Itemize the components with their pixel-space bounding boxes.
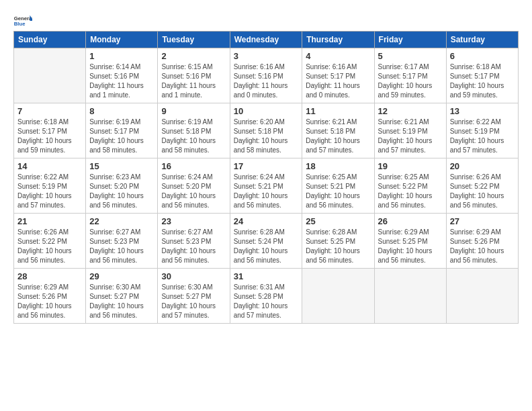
- day-number: 7: [17, 106, 82, 116]
- day-number: 11: [306, 106, 370, 116]
- day-number: 29: [89, 271, 154, 281]
- calendar-cell: 31Sunrise: 6:31 AMSunset: 5:28 PMDayligh…: [230, 269, 302, 324]
- calendar-cell: 23Sunrise: 6:27 AMSunset: 5:23 PMDayligh…: [158, 214, 230, 269]
- day-number: 17: [234, 161, 299, 171]
- day-info: Sunrise: 6:19 AMSunset: 5:17 PMDaylight:…: [89, 118, 154, 155]
- calendar-cell: 25Sunrise: 6:28 AMSunset: 5:25 PMDayligh…: [302, 214, 374, 269]
- day-info: Sunrise: 6:29 AMSunset: 5:25 PMDaylight:…: [378, 228, 443, 265]
- day-number: 30: [161, 271, 226, 281]
- day-info: Sunrise: 6:16 AMSunset: 5:16 PMDaylight:…: [234, 62, 299, 100]
- calendar-cell: [302, 269, 374, 324]
- day-info: Sunrise: 6:24 AMSunset: 5:21 PMDaylight:…: [234, 173, 299, 210]
- day-number: 19: [378, 161, 443, 171]
- day-info: Sunrise: 6:28 AMSunset: 5:25 PMDaylight:…: [306, 228, 370, 265]
- day-number: 2: [161, 51, 226, 61]
- calendar-cell: 30Sunrise: 6:30 AMSunset: 5:27 PMDayligh…: [158, 269, 230, 324]
- day-info: Sunrise: 6:23 AMSunset: 5:20 PMDaylight:…: [89, 173, 154, 210]
- calendar-cell: 18Sunrise: 6:25 AMSunset: 5:21 PMDayligh…: [302, 158, 374, 214]
- calendar-cell: 24Sunrise: 6:28 AMSunset: 5:24 PMDayligh…: [230, 214, 302, 269]
- calendar-cell: 1Sunrise: 6:14 AMSunset: 5:16 PMDaylight…: [86, 48, 158, 103]
- day-info: Sunrise: 6:31 AMSunset: 5:28 PMDaylight:…: [234, 283, 299, 320]
- calendar-cell: 12Sunrise: 6:21 AMSunset: 5:19 PMDayligh…: [374, 103, 446, 158]
- day-number: 27: [450, 216, 515, 226]
- day-info: Sunrise: 6:16 AMSunset: 5:17 PMDaylight:…: [306, 62, 370, 100]
- col-header-monday: Monday: [86, 32, 158, 48]
- day-number: 14: [17, 161, 82, 171]
- day-info: Sunrise: 6:25 AMSunset: 5:22 PMDaylight:…: [378, 173, 443, 210]
- calendar-cell: [14, 48, 86, 103]
- week-row-5: 28Sunrise: 6:29 AMSunset: 5:26 PMDayligh…: [14, 269, 519, 324]
- col-header-friday: Friday: [374, 32, 446, 48]
- day-number: 21: [17, 216, 82, 226]
- col-header-saturday: Saturday: [446, 32, 518, 48]
- day-number: 18: [306, 161, 370, 171]
- day-info: Sunrise: 6:27 AMSunset: 5:23 PMDaylight:…: [161, 228, 226, 265]
- day-info: Sunrise: 6:29 AMSunset: 5:26 PMDaylight:…: [450, 228, 515, 265]
- day-info: Sunrise: 6:18 AMSunset: 5:17 PMDaylight:…: [17, 118, 82, 155]
- day-info: Sunrise: 6:21 AMSunset: 5:18 PMDaylight:…: [306, 118, 370, 155]
- calendar-cell: 17Sunrise: 6:24 AMSunset: 5:21 PMDayligh…: [230, 158, 302, 214]
- calendar-cell: 28Sunrise: 6:29 AMSunset: 5:26 PMDayligh…: [14, 269, 86, 324]
- calendar-cell: 6Sunrise: 6:18 AMSunset: 5:17 PMDaylight…: [446, 48, 518, 103]
- calendar-cell: 10Sunrise: 6:20 AMSunset: 5:18 PMDayligh…: [230, 103, 302, 158]
- calendar-cell: 16Sunrise: 6:24 AMSunset: 5:20 PMDayligh…: [158, 158, 230, 214]
- day-info: Sunrise: 6:14 AMSunset: 5:16 PMDaylight:…: [89, 62, 154, 100]
- calendar: SundayMondayTuesdayWednesdayThursdayFrid…: [13, 31, 519, 324]
- calendar-cell: 27Sunrise: 6:29 AMSunset: 5:26 PMDayligh…: [446, 214, 518, 269]
- day-info: Sunrise: 6:26 AMSunset: 5:22 PMDaylight:…: [17, 228, 82, 265]
- calendar-cell: 7Sunrise: 6:18 AMSunset: 5:17 PMDaylight…: [14, 103, 86, 158]
- calendar-cell: 11Sunrise: 6:21 AMSunset: 5:18 PMDayligh…: [302, 103, 374, 158]
- day-number: 25: [306, 216, 370, 226]
- day-info: Sunrise: 6:27 AMSunset: 5:23 PMDaylight:…: [89, 228, 154, 265]
- calendar-cell: 15Sunrise: 6:23 AMSunset: 5:20 PMDayligh…: [86, 158, 158, 214]
- calendar-cell: [374, 269, 446, 324]
- day-info: Sunrise: 6:22 AMSunset: 5:19 PMDaylight:…: [450, 118, 515, 155]
- day-info: Sunrise: 6:17 AMSunset: 5:17 PMDaylight:…: [378, 62, 443, 100]
- day-number: 3: [234, 51, 299, 61]
- day-number: 15: [89, 161, 154, 171]
- calendar-cell: 4Sunrise: 6:16 AMSunset: 5:17 PMDaylight…: [302, 48, 374, 103]
- calendar-cell: 19Sunrise: 6:25 AMSunset: 5:22 PMDayligh…: [374, 158, 446, 214]
- week-row-2: 7Sunrise: 6:18 AMSunset: 5:17 PMDaylight…: [14, 103, 519, 158]
- day-info: Sunrise: 6:25 AMSunset: 5:21 PMDaylight:…: [306, 173, 370, 210]
- calendar-cell: 2Sunrise: 6:15 AMSunset: 5:16 PMDaylight…: [158, 48, 230, 103]
- day-number: 1: [89, 51, 154, 61]
- day-info: Sunrise: 6:20 AMSunset: 5:18 PMDaylight:…: [234, 118, 299, 155]
- calendar-cell: 29Sunrise: 6:30 AMSunset: 5:27 PMDayligh…: [86, 269, 158, 324]
- day-number: 8: [89, 106, 154, 116]
- day-info: Sunrise: 6:15 AMSunset: 5:16 PMDaylight:…: [161, 62, 226, 100]
- col-header-tuesday: Tuesday: [158, 32, 230, 48]
- day-number: 5: [378, 51, 443, 61]
- day-number: 13: [450, 106, 515, 116]
- day-info: Sunrise: 6:22 AMSunset: 5:19 PMDaylight:…: [17, 173, 82, 210]
- day-info: Sunrise: 6:30 AMSunset: 5:27 PMDaylight:…: [161, 283, 226, 320]
- week-row-1: 1Sunrise: 6:14 AMSunset: 5:16 PMDaylight…: [14, 48, 519, 103]
- day-number: 24: [234, 216, 299, 226]
- col-header-sunday: Sunday: [14, 32, 86, 48]
- col-header-thursday: Thursday: [302, 32, 374, 48]
- svg-text:Blue: Blue: [14, 21, 26, 27]
- day-number: 31: [234, 271, 299, 281]
- calendar-cell: 3Sunrise: 6:16 AMSunset: 5:16 PMDaylight…: [230, 48, 302, 103]
- col-header-wednesday: Wednesday: [230, 32, 302, 48]
- calendar-cell: 9Sunrise: 6:19 AMSunset: 5:18 PMDaylight…: [158, 103, 230, 158]
- day-number: 9: [161, 106, 226, 116]
- day-number: 26: [378, 216, 443, 226]
- calendar-cell: 14Sunrise: 6:22 AMSunset: 5:19 PMDayligh…: [14, 158, 86, 214]
- day-info: Sunrise: 6:21 AMSunset: 5:19 PMDaylight:…: [378, 118, 443, 155]
- day-info: Sunrise: 6:19 AMSunset: 5:18 PMDaylight:…: [161, 118, 226, 155]
- day-info: Sunrise: 6:30 AMSunset: 5:27 PMDaylight:…: [89, 283, 154, 320]
- day-number: 28: [17, 271, 82, 281]
- day-number: 12: [378, 106, 443, 116]
- calendar-cell: 21Sunrise: 6:26 AMSunset: 5:22 PMDayligh…: [14, 214, 86, 269]
- day-info: Sunrise: 6:24 AMSunset: 5:20 PMDaylight:…: [161, 173, 226, 210]
- day-info: Sunrise: 6:26 AMSunset: 5:22 PMDaylight:…: [450, 173, 515, 210]
- day-number: 4: [306, 51, 370, 61]
- day-number: 10: [234, 106, 299, 116]
- day-number: 20: [450, 161, 515, 171]
- day-info: Sunrise: 6:28 AMSunset: 5:24 PMDaylight:…: [234, 228, 299, 265]
- day-number: 6: [450, 51, 515, 61]
- calendar-cell: [446, 269, 518, 324]
- calendar-cell: 5Sunrise: 6:17 AMSunset: 5:17 PMDaylight…: [374, 48, 446, 103]
- calendar-cell: 20Sunrise: 6:26 AMSunset: 5:22 PMDayligh…: [446, 158, 518, 214]
